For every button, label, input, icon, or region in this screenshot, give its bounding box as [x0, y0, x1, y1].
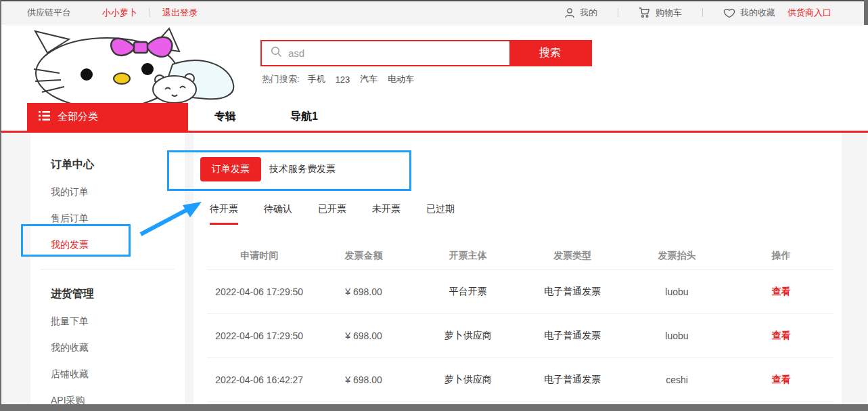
cell-invoice-title: ceshi: [624, 374, 729, 385]
hot-keyword[interactable]: 汽车: [360, 73, 378, 85]
status-tab-expired[interactable]: 已过期: [426, 203, 455, 225]
cell-amount: ¥ 698.00: [311, 286, 415, 297]
column-header-type: 发票类型: [520, 250, 624, 262]
search-button[interactable]: 搜索: [509, 41, 591, 65]
hot-search-label: 热门搜索:: [262, 73, 300, 85]
divider: [150, 8, 150, 17]
search-icon: [271, 46, 282, 60]
category-list-icon: [39, 111, 50, 123]
all-categories-label: 全部分类: [58, 110, 98, 123]
brand-title: 供应链平台: [27, 7, 71, 19]
sidebar-item-shop-favorites[interactable]: 店铺收藏: [51, 368, 89, 381]
hot-keyword[interactable]: 手机: [308, 73, 325, 85]
favorites-label: 我的收藏: [740, 7, 775, 19]
cell-invoice-type: 电子普通发票: [520, 374, 624, 386]
window-bottom-bar: [0, 404, 868, 411]
topbar: 供应链平台 小小萝卜 退出登录 我的 购物车 我的收藏 供货商入口: [1, 1, 867, 24]
cell-apply-time: 2022-04-06 17:29:50: [207, 286, 311, 297]
tab-order-invoice[interactable]: 订单发票: [200, 157, 261, 181]
user-icon: [564, 7, 575, 18]
window-left-border: [0, 0, 1, 411]
header-accent-line: [0, 131, 868, 133]
window-right-border: [864, 0, 868, 25]
sidebar-item-my-favorites[interactable]: 我的收藏: [51, 342, 89, 354]
invoice-status-tabs: 待开票 待确认 已开票 未开票 已过期: [210, 203, 455, 225]
view-link[interactable]: 查看: [729, 286, 833, 298]
supplier-entry-link[interactable]: 供货商入口: [787, 7, 831, 19]
column-header-issuer: 开票主体: [416, 250, 520, 262]
cell-invoice-type: 电子普通发票: [520, 330, 624, 342]
sidebar-section-order-center: 订单中心: [51, 133, 185, 172]
cell-invoice-title: luobu: [624, 330, 729, 341]
cell-apply-time: 2022-04-06 17:29:50: [207, 330, 311, 341]
cart-icon: [639, 7, 651, 18]
cell-invoice-title: luobu: [624, 286, 729, 297]
sidebar-item-bulk-order[interactable]: 批量下单: [51, 316, 89, 328]
status-tab-to-confirm[interactable]: 待确认: [264, 203, 292, 225]
site-header: 搜索 热门搜索: 手机 123 汽车 电动车 全部分类 专辑 导航1: [1, 25, 867, 131]
cell-amount: ¥ 698.00: [311, 374, 415, 385]
cell-amount: ¥ 698.00: [311, 330, 415, 341]
invoice-panel: 订单发票 技术服务费发票 待开票 待确认 已开票 未开票 已过期 申请时间 发票…: [193, 133, 842, 411]
invoice-table: 申请时间 发票金额 开票主体 发票类型 发票抬头 操作 2022-04-06 1…: [207, 242, 833, 402]
view-link[interactable]: 查看: [729, 374, 833, 386]
hot-search: 热门搜索: 手机 123 汽车 电动车: [262, 73, 424, 85]
nav-item-nav1[interactable]: 导航1: [290, 110, 318, 124]
divider: [618, 8, 618, 17]
divider: [702, 8, 703, 17]
sidebar-section-purchase-management: 进货管理: [51, 269, 185, 301]
cell-issuer: 萝卜供应商: [416, 374, 520, 386]
status-tab-pending[interactable]: 待开票: [210, 203, 238, 225]
hot-keyword[interactable]: 123: [336, 74, 350, 85]
topbar-right: 我的 购物车 我的收藏 供货商入口: [564, 7, 831, 19]
column-header-action: 操作: [729, 250, 833, 262]
heart-icon: [723, 7, 735, 18]
logo-image[interactable]: [27, 27, 250, 103]
my-account-link[interactable]: 我的: [564, 7, 597, 19]
column-header-title: 发票抬头: [624, 250, 729, 262]
search-input[interactable]: [288, 41, 509, 65]
tab-tech-service-invoice[interactable]: 技术服务费发票: [269, 157, 336, 181]
search-field: [262, 41, 509, 65]
nav-item-album[interactable]: 专辑: [214, 110, 236, 124]
favorites-link[interactable]: 我的收藏: [723, 7, 775, 19]
table-row: 2022-04-06 17:29:50 ¥ 698.00 平台开票 电子普通发票…: [207, 270, 833, 313]
cell-invoice-type: 电子普通发票: [520, 286, 624, 298]
column-header-apply-time: 申请时间: [207, 250, 311, 262]
all-categories-button[interactable]: 全部分类: [27, 103, 188, 131]
my-account-label: 我的: [580, 7, 597, 19]
username-link[interactable]: 小小萝卜: [102, 7, 137, 19]
sidebar: 订单中心 我的订单 售后订单 我的发票 进货管理 批量下单 我的收藏 店铺收藏 …: [30, 133, 185, 411]
search-bar: 搜索: [260, 40, 592, 66]
column-header-amount: 发票金额: [311, 250, 415, 262]
status-tab-not-issued[interactable]: 未开票: [372, 203, 401, 225]
table-header-row: 申请时间 发票金额 开票主体 发票类型 发票抬头 操作: [207, 242, 833, 269]
topbar-left: 供应链平台 小小萝卜 退出登录: [27, 7, 198, 19]
table-divider: [207, 402, 833, 402]
cell-issuer: 平台开票: [416, 286, 520, 298]
main-nav: 专辑 导航1: [214, 103, 318, 131]
view-link[interactable]: 查看: [729, 330, 833, 342]
window-top-border: [0, 0, 868, 1]
table-row: 2022-04-06 17:29:50 ¥ 698.00 萝卜供应商 电子普通发…: [207, 314, 833, 358]
logout-link[interactable]: 退出登录: [162, 7, 198, 19]
sidebar-item-my-invoices[interactable]: 我的发票: [51, 239, 89, 251]
sidebar-item-my-orders[interactable]: 我的订单: [51, 186, 89, 198]
cart-label: 购物车: [656, 7, 682, 19]
table-row: 2022-04-06 16:42:27 ¥ 698.00 萝卜供应商 电子普通发…: [207, 358, 833, 402]
cell-apply-time: 2022-04-06 16:42:27: [207, 374, 311, 385]
cell-issuer: 萝卜供应商: [416, 330, 520, 342]
sidebar-item-after-sale-orders[interactable]: 售后订单: [51, 213, 89, 225]
status-tab-issued[interactable]: 已开票: [318, 203, 346, 225]
cart-link[interactable]: 购物车: [639, 7, 682, 19]
hot-keyword[interactable]: 电动车: [388, 73, 414, 85]
